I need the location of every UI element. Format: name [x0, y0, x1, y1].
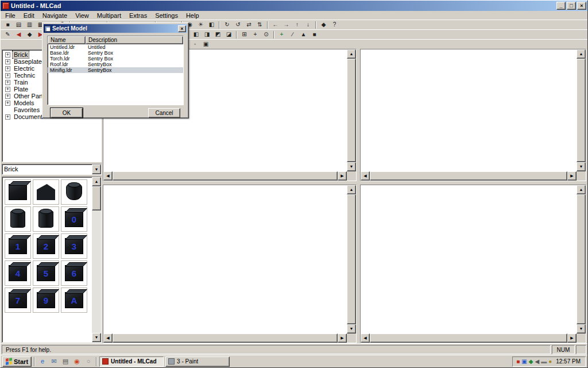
scroll-up-icon[interactable]: ▲ — [347, 49, 356, 59]
cancel-button[interactable]: Cancel — [148, 108, 180, 118]
scroll-left-icon[interactable]: ◀ — [103, 334, 113, 343]
step-previous-icon[interactable]: ◀ — [13, 30, 24, 39]
mlcad-app-icon[interactable] — [2, 2, 9, 9]
antivirus-tray-icon[interactable]: ◆ — [529, 357, 533, 366]
parts-scrollbar[interactable]: ▲ ▼ — [92, 177, 101, 342]
part-tile[interactable]: 1 — [5, 233, 31, 259]
menu-item-navigate[interactable]: Navigate — [38, 12, 71, 20]
scroll-down-icon[interactable]: ▼ — [577, 162, 586, 171]
add-triangle-icon[interactable]: ▲ — [298, 30, 309, 39]
scrollbar-thumb[interactable] — [577, 59, 586, 162]
part-tile[interactable]: 0 — [61, 206, 87, 232]
mirror-vertical-icon[interactable]: ⇅ — [254, 20, 265, 29]
taskbar-clock[interactable]: 12:57 PM — [554, 358, 581, 365]
category-combobox[interactable]: Brick — [2, 164, 102, 175]
scrollbar-thumb[interactable] — [92, 186, 101, 210]
start-button[interactable]: Start — [2, 356, 32, 367]
scroll-down-icon[interactable]: ▼ — [92, 333, 101, 342]
scroll-down-icon[interactable]: ▼ — [577, 324, 586, 334]
part-tile[interactable] — [5, 206, 31, 232]
scrollbar-thumb[interactable] — [113, 334, 338, 343]
scroll-up-icon[interactable]: ▲ — [577, 185, 586, 194]
restore-icon[interactable]: □ — [567, 2, 576, 10]
add-line-icon[interactable]: ∕ — [287, 30, 298, 39]
part-tile[interactable] — [5, 179, 31, 205]
add-part-icon[interactable]: + — [276, 30, 287, 39]
scroll-down-icon[interactable]: ▼ — [347, 324, 356, 334]
move-down-icon[interactable]: ↓ — [303, 20, 314, 29]
expand-icon[interactable]: + — [5, 94, 10, 99]
menu-item-settings[interactable]: Settings — [151, 12, 182, 20]
model-list-row[interactable]: Base.ldrSentry Box — [48, 50, 183, 56]
model-list-row[interactable]: Minifig.ldrSentryBox — [48, 67, 183, 73]
scroll-right-icon[interactable]: ▶ — [338, 171, 347, 181]
msn-icon[interactable]: ○ — [83, 356, 94, 366]
menu-item-multipart[interactable]: Multipart — [93, 12, 125, 20]
view-front-icon[interactable]: ◧ — [191, 30, 202, 39]
column-header-description[interactable]: Description — [86, 36, 183, 44]
vertical-scrollbar[interactable]: ▲ ▼ — [577, 49, 586, 171]
part-tile[interactable]: 5 — [33, 260, 59, 286]
expand-icon[interactable]: + — [5, 101, 10, 106]
scrollbar-track[interactable] — [92, 210, 101, 333]
group-icon[interactable]: ▣ — [200, 40, 211, 49]
viewport-canvas[interactable] — [361, 49, 577, 171]
dialog-close-icon[interactable]: × — [178, 25, 186, 32]
expand-icon[interactable]: + — [5, 66, 10, 71]
mlcad-tray-icon[interactable]: ■ — [516, 357, 520, 366]
network-tray-icon[interactable]: ▬ — [541, 357, 547, 366]
outlook-express-icon[interactable]: ✉ — [49, 356, 59, 366]
scroll-up-icon[interactable]: ▲ — [347, 185, 356, 194]
view-top-icon[interactable]: ◨ — [202, 30, 212, 39]
scrollbar-thumb[interactable] — [370, 171, 567, 181]
expert-mode-icon[interactable]: ◆ — [318, 20, 329, 29]
add-quad-icon[interactable]: ■ — [309, 30, 320, 39]
menu-item-help[interactable]: Help — [182, 12, 203, 20]
part-tile[interactable] — [33, 179, 59, 205]
rotate-ccw-icon[interactable]: ↺ — [233, 20, 243, 29]
horizontal-scrollbar[interactable]: ◀ ▶ — [103, 334, 347, 343]
show-desktop-icon[interactable]: ▤ — [60, 356, 71, 366]
scrollbar-thumb[interactable] — [347, 59, 356, 162]
shading-icon[interactable]: ◧ — [206, 20, 217, 29]
expand-icon[interactable]: + — [5, 52, 10, 57]
scroll-left-icon[interactable]: ◀ — [361, 171, 370, 181]
task-button-3-paint[interactable]: 3 - Paint — [165, 356, 230, 367]
scrollbar-thumb[interactable] — [113, 171, 338, 181]
open-folder-icon[interactable]: ▤ — [13, 20, 24, 29]
scroll-left-icon[interactable]: ◀ — [361, 334, 370, 343]
expand-icon[interactable]: + — [5, 87, 10, 92]
expand-icon[interactable]: + — [5, 59, 10, 64]
light-icon[interactable]: ☀ — [195, 20, 206, 29]
rotate-cw-icon[interactable]: ↻ — [222, 20, 233, 29]
scheduler-tray-icon[interactable]: ● — [548, 357, 552, 366]
menu-item-view[interactable]: View — [71, 12, 93, 20]
view-3d-icon[interactable]: ◪ — [223, 30, 234, 39]
vertical-scrollbar[interactable]: ▲ ▼ — [577, 185, 586, 334]
expand-icon[interactable]: + — [5, 73, 10, 78]
ok-button[interactable]: OK — [51, 108, 83, 118]
expand-icon[interactable]: + — [5, 80, 10, 85]
vertical-scrollbar[interactable]: ▲ ▼ — [347, 49, 356, 171]
scrollbar-thumb[interactable] — [577, 194, 586, 324]
toggle-axes-icon[interactable]: + — [250, 30, 261, 39]
current-color-icon[interactable]: ■ — [2, 20, 13, 29]
part-tile[interactable]: 7 — [5, 288, 31, 313]
media-player-icon[interactable]: ◉ — [72, 356, 82, 366]
move-right-icon[interactable]: → — [281, 20, 292, 29]
scroll-right-icon[interactable]: ▶ — [567, 334, 577, 343]
vertical-scrollbar[interactable]: ▲ ▼ — [347, 185, 356, 334]
part-tile[interactable]: 9 — [33, 288, 59, 313]
close-icon[interactable]: × — [577, 2, 586, 10]
minimize-icon[interactable]: _ — [556, 2, 566, 10]
menu-item-file[interactable]: File — [1, 12, 20, 20]
view-side-icon[interactable]: ◩ — [212, 30, 223, 39]
internet-explorer-icon[interactable]: e — [37, 356, 48, 366]
scroll-up-icon[interactable]: ▲ — [577, 49, 586, 59]
part-tile[interactable]: 3 — [61, 233, 87, 259]
menu-item-edit[interactable]: Edit — [20, 12, 38, 20]
scroll-up-icon[interactable]: ▲ — [92, 177, 101, 186]
context-help-icon[interactable]: ? — [329, 20, 340, 29]
part-tile[interactable] — [33, 206, 59, 232]
part-tile[interactable]: 4 — [5, 260, 31, 286]
